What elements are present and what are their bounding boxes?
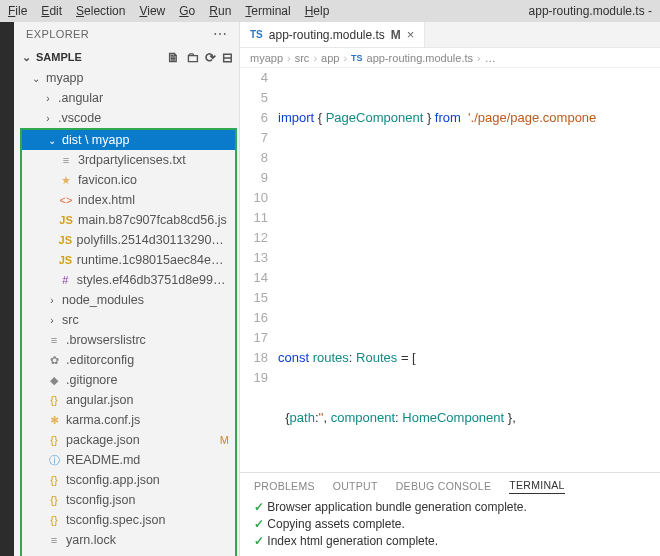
refresh-icon[interactable]: ⟳ bbox=[205, 50, 216, 65]
code-body[interactable]: import { PageComponent } from './page/pa… bbox=[278, 68, 660, 472]
folder-angular[interactable]: ›.angular bbox=[18, 88, 239, 108]
file-favicon[interactable]: ★favicon.ico bbox=[22, 170, 235, 190]
panel-tab-debug[interactable]: DEBUG CONSOLE bbox=[396, 480, 492, 492]
explorer-more-icon[interactable]: ⋯ bbox=[213, 26, 227, 42]
editor-area: TS app-routing.module.ts M × myapp› src›… bbox=[240, 22, 660, 556]
tab-modified-badge: M bbox=[391, 28, 401, 42]
terminal-body[interactable]: ✓ Browser application bundle generation … bbox=[240, 499, 660, 556]
folder-src[interactable]: ›src bbox=[22, 310, 235, 330]
file-tsconfig[interactable]: {}tsconfig.json bbox=[22, 490, 235, 510]
menu-selection[interactable]: Selection bbox=[76, 4, 125, 18]
menu-help[interactable]: Help bbox=[305, 4, 330, 18]
dist-highlight: ⌄dist \ myapp ≡3rdpartylicenses.txt ★fav… bbox=[20, 128, 237, 556]
folder-vscode[interactable]: ›.vscode bbox=[18, 108, 239, 128]
menu-run[interactable]: Run bbox=[209, 4, 231, 18]
title-bar: File Edit Selection View Go Run Terminal… bbox=[0, 0, 660, 22]
new-folder-icon[interactable]: 🗀 bbox=[186, 50, 199, 65]
close-icon[interactable]: × bbox=[407, 27, 415, 42]
new-file-icon[interactable]: 🗎 bbox=[167, 50, 180, 65]
breadcrumb[interactable]: myapp› src› app› TS app-routing.module.t… bbox=[240, 48, 660, 68]
editor-tabs: TS app-routing.module.ts M × bbox=[240, 22, 660, 48]
menu-file[interactable]: File bbox=[8, 4, 27, 18]
tab-app-routing[interactable]: TS app-routing.module.ts M × bbox=[240, 22, 425, 47]
file-tsconfig-app[interactable]: {}tsconfig.app.json bbox=[22, 470, 235, 490]
chevron-down-icon: ⌄ bbox=[20, 51, 32, 64]
check-icon: ✓ bbox=[254, 517, 264, 531]
menu-terminal[interactable]: Terminal bbox=[245, 4, 290, 18]
workspace-label: SAMPLE bbox=[36, 51, 82, 63]
activity-bar[interactable] bbox=[0, 22, 14, 556]
file-tsconfig-spec[interactable]: {}tsconfig.spec.json bbox=[22, 510, 235, 530]
file-tree: ⌄myapp ›.angular ›.vscode ⌄dist \ myapp … bbox=[14, 68, 239, 556]
folder-myapp[interactable]: ⌄myapp bbox=[18, 68, 239, 88]
explorer-title: EXPLORER bbox=[26, 28, 89, 40]
panel-tab-problems[interactable]: PROBLEMS bbox=[254, 480, 315, 492]
ts-icon: TS bbox=[250, 29, 263, 40]
code-editor[interactable]: 4567 891011 12131415 16171819 import { P… bbox=[240, 68, 660, 472]
file-browserslist[interactable]: ≡.browserslistrc bbox=[22, 330, 235, 350]
file-package-json[interactable]: {}package.jsonM bbox=[22, 430, 235, 450]
tab-label: app-routing.module.ts bbox=[269, 28, 385, 42]
window-title: app-routing.module.ts - bbox=[529, 4, 652, 18]
file-styles-css[interactable]: #styles.ef46db3751d8e999.css bbox=[22, 270, 235, 290]
file-main-js[interactable]: JSmain.b87c907fcab8cd56.js bbox=[22, 210, 235, 230]
check-icon: ✓ bbox=[254, 534, 264, 548]
check-icon: ✓ bbox=[254, 500, 264, 514]
workspace-row[interactable]: ⌄ SAMPLE 🗎 🗀 ⟳ ⊟ bbox=[14, 46, 239, 68]
folder-dist-myapp[interactable]: ⌄dist \ myapp bbox=[22, 130, 235, 150]
menu-view[interactable]: View bbox=[139, 4, 165, 18]
file-readme[interactable]: ⓘREADME.md bbox=[22, 450, 235, 470]
file-polyfills-js[interactable]: JSpolyfills.2514d30113290032.js bbox=[22, 230, 235, 250]
file-editorconfig[interactable]: ✿.editorconfig bbox=[22, 350, 235, 370]
file-licenses[interactable]: ≡3rdpartylicenses.txt bbox=[22, 150, 235, 170]
file-gitignore[interactable]: ◆.gitignore bbox=[22, 370, 235, 390]
panel-tabs: PROBLEMS OUTPUT DEBUG CONSOLE TERMINAL bbox=[240, 473, 660, 499]
file-karma[interactable]: ✱karma.conf.js bbox=[22, 410, 235, 430]
panel-tab-output[interactable]: OUTPUT bbox=[333, 480, 378, 492]
explorer-sidebar: EXPLORER ⋯ ⌄ SAMPLE 🗎 🗀 ⟳ ⊟ ⌄myapp ›.ang… bbox=[14, 22, 240, 556]
line-gutter: 4567 891011 12131415 16171819 bbox=[240, 68, 278, 472]
file-index[interactable]: <>index.html bbox=[22, 190, 235, 210]
menu-edit[interactable]: Edit bbox=[41, 4, 62, 18]
folder-node-modules[interactable]: ›node_modules bbox=[22, 290, 235, 310]
collapse-icon[interactable]: ⊟ bbox=[222, 50, 233, 65]
file-yarnlock[interactable]: ≡yarn.lock bbox=[22, 530, 235, 550]
menu-go[interactable]: Go bbox=[179, 4, 195, 18]
bottom-panel: PROBLEMS OUTPUT DEBUG CONSOLE TERMINAL ✓… bbox=[240, 472, 660, 556]
file-angular-json[interactable]: {}angular.json bbox=[22, 390, 235, 410]
file-runtime-js[interactable]: JSruntime.1c98015aec84e5af.js bbox=[22, 250, 235, 270]
panel-tab-terminal[interactable]: TERMINAL bbox=[509, 479, 565, 494]
menu-bar: File Edit Selection View Go Run Terminal… bbox=[8, 4, 329, 18]
explorer-header: EXPLORER ⋯ bbox=[14, 22, 239, 46]
